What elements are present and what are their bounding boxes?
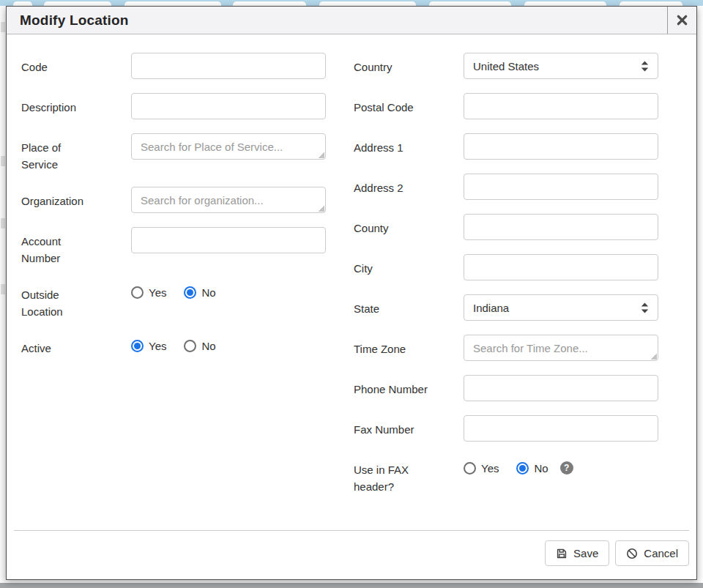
- use-in-fax-header-control: YesNo: [464, 455, 658, 475]
- use-in-fax-header-radio-yes[interactable]: Yes: [464, 462, 499, 475]
- use-in-fax-header-radio-no[interactable]: No: [516, 462, 548, 475]
- outside-location-radio-yes-label: Yes: [149, 286, 166, 299]
- country-select-value: United States: [473, 60, 539, 72]
- address-1-control: [464, 133, 658, 160]
- active-radio-yes-label: Yes: [149, 340, 166, 352]
- country-label: Country: [354, 53, 464, 75]
- radio-checked-icon: [184, 286, 196, 299]
- form-row-organization: Organization: [21, 187, 326, 213]
- address-2-control: [464, 174, 658, 200]
- address-2-input-wrap: [464, 174, 658, 200]
- active-label: Active: [21, 334, 131, 357]
- form-row-account-number: Account Number: [21, 227, 326, 267]
- outside-location-radio-no-label: No: [201, 286, 215, 299]
- outside-location-radio-yes[interactable]: Yes: [131, 286, 166, 299]
- time-zone-input[interactable]: [464, 335, 658, 361]
- form-row-description: Description: [21, 93, 326, 119]
- outside-location-radio-no[interactable]: No: [184, 286, 215, 299]
- city-input[interactable]: [464, 254, 658, 280]
- place-of-service-input-wrap: [131, 133, 326, 160]
- use-in-fax-header-radio-group: YesNo: [464, 455, 658, 475]
- county-label: County: [354, 214, 464, 237]
- postal-code-control: [464, 93, 658, 119]
- modal-footer: Save Cancel: [14, 530, 689, 579]
- outside-location-control: YesNo: [131, 280, 326, 299]
- state-select[interactable]: Indiana: [464, 294, 658, 321]
- form-row-fax-number: Fax Number: [354, 415, 658, 442]
- place-of-service-control: [131, 133, 326, 160]
- form-row-postal-code: Postal Code: [354, 93, 658, 119]
- time-zone-label: Time Zone: [354, 335, 464, 357]
- form-row-city: City: [354, 254, 658, 280]
- time-zone-control: [464, 335, 658, 361]
- help-icon[interactable]: [560, 461, 573, 475]
- form-column-left: CodeDescriptionPlace of ServiceOrganizat…: [21, 53, 326, 530]
- active-radio-no[interactable]: No: [184, 340, 215, 352]
- cancel-button[interactable]: Cancel: [615, 540, 689, 566]
- account-number-label: Account Number: [21, 227, 131, 267]
- country-select[interactable]: United States: [464, 53, 658, 79]
- use-in-fax-header-label: Use in FAX header?: [354, 455, 464, 495]
- time-zone-input-wrap: [464, 335, 658, 361]
- save-button-label: Save: [573, 547, 598, 559]
- city-label: City: [354, 254, 464, 277]
- phone-number-control: [464, 375, 658, 401]
- radio-unchecked-icon: [464, 462, 476, 475]
- use-in-fax-header-radio-no-label: No: [534, 462, 548, 475]
- modify-location-modal: Modify Location CodeDescriptionPlace of …: [6, 6, 697, 580]
- place-of-service-input[interactable]: [131, 133, 326, 160]
- phone-number-label: Phone Number: [354, 375, 464, 398]
- form-row-active: ActiveYesNo: [21, 334, 326, 357]
- organization-input[interactable]: [131, 187, 326, 213]
- place-of-service-label: Place of Service: [21, 133, 131, 173]
- form-row-address-1: Address 1: [354, 133, 658, 160]
- modal-header: Modify Location: [7, 7, 696, 34]
- address-2-input[interactable]: [464, 174, 658, 200]
- organization-control: [131, 187, 326, 213]
- form-row-state: StateIndiana: [354, 294, 658, 321]
- active-radio-yes[interactable]: Yes: [131, 340, 166, 352]
- organization-label: Organization: [21, 187, 131, 209]
- radio-checked-icon: [516, 462, 529, 475]
- close-button[interactable]: [667, 7, 696, 34]
- description-control: [131, 93, 326, 119]
- account-number-input[interactable]: [131, 227, 326, 253]
- fax-number-input[interactable]: [464, 415, 658, 442]
- organization-input-wrap: [131, 187, 326, 213]
- address-1-input[interactable]: [464, 133, 658, 160]
- postal-code-input-wrap: [464, 93, 658, 119]
- form-row-place-of-service: Place of Service: [21, 133, 326, 173]
- fax-number-control: [464, 415, 658, 442]
- form-row-county: County: [354, 214, 658, 240]
- form-column-right: CountryUnited StatesPostal CodeAddress 1…: [354, 53, 658, 530]
- fax-number-label: Fax Number: [354, 415, 464, 438]
- county-input[interactable]: [464, 214, 658, 240]
- code-input[interactable]: [131, 53, 326, 79]
- form-row-time-zone: Time Zone: [354, 335, 658, 361]
- form-row-address-2: Address 2: [354, 174, 658, 200]
- description-input[interactable]: [131, 93, 326, 119]
- description-input-wrap: [131, 93, 326, 119]
- unfold-icon: [641, 61, 649, 72]
- background-page-edge: [0, 6, 6, 583]
- unfold-icon: [641, 302, 649, 313]
- radio-unchecked-icon: [131, 286, 144, 299]
- active-radio-no-label: No: [201, 340, 215, 352]
- postal-code-label: Postal Code: [354, 93, 464, 116]
- address-1-label: Address 1: [354, 133, 464, 156]
- radio-unchecked-icon: [184, 340, 196, 352]
- code-control: [131, 53, 326, 79]
- background-tab-strip: [0, 0, 703, 6]
- code-input-wrap: [131, 53, 326, 79]
- modal-body: CodeDescriptionPlace of ServiceOrganizat…: [7, 34, 696, 530]
- postal-code-input[interactable]: [464, 93, 658, 119]
- city-input-wrap: [464, 254, 658, 280]
- save-icon: [556, 548, 568, 559]
- form-row-phone-number: Phone Number: [354, 375, 658, 401]
- form-row-country: CountryUnited States: [354, 53, 658, 79]
- account-number-input-wrap: [131, 227, 326, 253]
- county-control: [464, 214, 658, 240]
- phone-number-input-wrap: [464, 375, 658, 401]
- phone-number-input[interactable]: [464, 375, 658, 401]
- save-button[interactable]: Save: [545, 540, 609, 566]
